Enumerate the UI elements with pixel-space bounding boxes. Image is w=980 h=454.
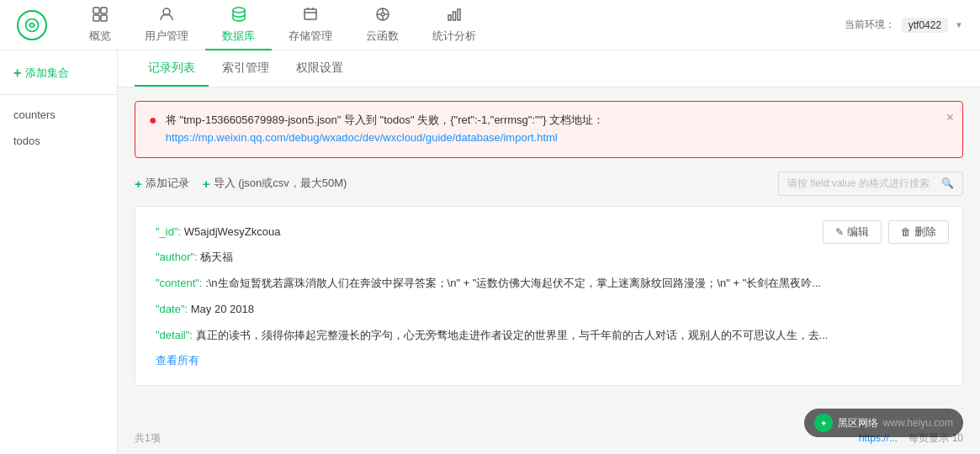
record-author-field: "author": 杨天福	[156, 249, 942, 267]
main-layout: + 添加集合 counters todos 记录列表 索引管理 权限设置	[0, 50, 980, 454]
svg-rect-12	[458, 9, 460, 20]
record-content-field: "content": :\n生命短暂犹若露珠消散人们在奔波中探寻答案；\n" +…	[156, 275, 942, 293]
error-alert: ● 将 "tmp-1536605679989-json5.json" 导入到 "…	[135, 101, 963, 158]
tabs-area: 记录列表 索引管理 权限设置	[118, 50, 980, 87]
svg-rect-11	[453, 12, 456, 20]
record-date-field: "date": May 20 2018	[156, 301, 942, 319]
env-selector[interactable]: 当前环境： ytf0422 ▼	[845, 18, 963, 33]
svg-rect-10	[448, 15, 451, 20]
database-icon	[230, 6, 247, 27]
app-logo	[17, 10, 47, 40]
tab-permissions[interactable]: 权限设置	[283, 50, 357, 87]
nav-cloud-fn-label: 云函数	[366, 29, 399, 44]
watermark: ✦ 黑区网络 www.heiyu.com	[804, 409, 963, 437]
overview-icon	[92, 6, 109, 27]
svg-point-6	[233, 8, 245, 13]
tab-record-list[interactable]: 记录列表	[135, 50, 209, 87]
env-dropdown-arrow: ▼	[955, 20, 963, 29]
watermark-text: 黑区网络	[838, 416, 878, 430]
svg-rect-1	[93, 8, 99, 13]
delete-button[interactable]: 🗑 删除	[888, 220, 949, 244]
svg-rect-7	[305, 9, 316, 19]
storage-icon	[302, 6, 319, 27]
main-content: 记录列表 索引管理 权限设置 ● 将 "tmp-1536605679989-js…	[118, 50, 980, 454]
nav-stats[interactable]: 统计分析	[416, 0, 493, 50]
svg-point-0	[26, 18, 39, 31]
add-collection-button[interactable]: + 添加集合	[0, 59, 117, 87]
svg-rect-2	[101, 8, 107, 13]
tab-index-mgmt[interactable]: 索引管理	[209, 50, 283, 87]
nav-user-mgmt[interactable]: 用户管理	[128, 0, 205, 50]
delete-icon: 🗑	[901, 226, 911, 238]
error-message: 将 "tmp-1536605679989-json5.json" 导入到 "to…	[166, 112, 949, 147]
edit-button[interactable]: ✎ 编辑	[823, 220, 882, 244]
content-area: ● 将 "tmp-1536605679989-json5.json" 导入到 "…	[118, 87, 980, 423]
sidebar: + 添加集合 counters todos	[0, 50, 118, 454]
search-icon: 🔍	[941, 177, 954, 189]
env-value: ytf0422	[902, 18, 948, 33]
sidebar-divider	[0, 94, 117, 95]
record-card: ✎ 编辑 🗑 删除 "_id": W5ajdjWesyZkcoua "autho…	[135, 206, 963, 386]
error-doc-link[interactable]: https://mp.weixin.qq.com/debug/wxadoc/de…	[166, 131, 558, 144]
error-close-button[interactable]: ×	[946, 110, 954, 125]
sidebar-item-counters[interactable]: counters	[0, 102, 117, 128]
toolbar-right: 请按 field:value 的格式进行搜索 🔍	[778, 172, 963, 196]
nav-overview[interactable]: 概览	[72, 0, 128, 50]
nav-database-label: 数据库	[222, 29, 255, 44]
nav-stats-label: 统计分析	[432, 29, 476, 44]
watermark-icon: ✦	[814, 414, 833, 432]
nav-storage[interactable]: 存储管理	[272, 0, 349, 50]
record-detail-field: "detail": 真正的读书，须得你捧起完整漫长的字句，心无旁骛地走进作者设定…	[156, 327, 942, 345]
nav-overview-label: 概览	[89, 29, 111, 44]
toolbar: + 添加记录 + 导入 (json或csv，最大50M) 请按 field:va…	[135, 172, 963, 196]
import-plus-icon: +	[203, 177, 210, 191]
import-button[interactable]: + 导入 (json或csv，最大50M)	[203, 176, 347, 191]
svg-rect-4	[101, 15, 107, 21]
total-count: 共1项	[135, 431, 161, 446]
nav-cloud-fn[interactable]: 云函数	[349, 0, 416, 50]
search-input[interactable]: 请按 field:value 的格式进行搜索 🔍	[778, 172, 963, 196]
nav-storage-label: 存储管理	[289, 29, 332, 44]
view-all-link[interactable]: 查看所有	[156, 353, 942, 368]
add-record-button[interactable]: + 添加记录	[135, 176, 189, 191]
stats-icon	[446, 6, 463, 27]
sidebar-item-todos[interactable]: todos	[0, 128, 117, 154]
nav-database[interactable]: 数据库	[205, 0, 272, 50]
add-record-plus-icon: +	[135, 177, 142, 191]
nav-user-mgmt-label: 用户管理	[145, 29, 188, 44]
nav-items: 概览 用户管理 数据库 存储管理 云函数	[72, 0, 845, 50]
record-actions: ✎ 编辑 🗑 删除	[823, 220, 949, 244]
toolbar-left: + 添加记录 + 导入 (json或csv，最大50M)	[135, 176, 347, 191]
error-icon: ●	[149, 113, 157, 128]
watermark-url: www.heiyu.com	[883, 417, 953, 429]
svg-point-9	[381, 13, 384, 16]
svg-rect-3	[93, 15, 99, 21]
user-icon	[158, 6, 175, 27]
env-label: 当前环境：	[845, 18, 895, 32]
top-nav: 概览 用户管理 数据库 存储管理 云函数	[0, 0, 980, 50]
add-collection-label: 添加集合	[25, 66, 69, 81]
edit-icon: ✎	[835, 226, 844, 238]
add-plus-icon: +	[13, 66, 21, 81]
cloud-fn-icon	[374, 6, 391, 27]
